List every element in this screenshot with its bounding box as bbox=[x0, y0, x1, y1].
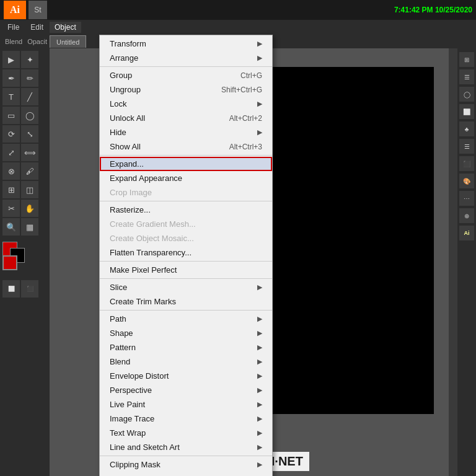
submenu-arrow-icon: ▶ bbox=[257, 386, 262, 394]
submenu-arrow-icon: ▶ bbox=[257, 54, 262, 62]
menu-item-transform[interactable]: Transform▶ bbox=[100, 37, 272, 51]
tool-zoom[interactable]: 🔍 bbox=[2, 218, 20, 236]
right-panel: ⊞ ☰ ◯ ⬜ ♣ ☰ ⬛ 🎨 ⋯ ⊕ Ai bbox=[457, 48, 476, 476]
tool-eyedropper[interactable]: 🖋 bbox=[21, 162, 38, 180]
tool-scale[interactable]: ⤡ bbox=[21, 125, 38, 143]
menu-item-label: Text Wrap bbox=[110, 428, 146, 438]
tool-extra1[interactable]: ⬜ bbox=[2, 280, 20, 298]
rp-btn-1[interactable]: ⊞ bbox=[459, 52, 474, 67]
st-logo: St bbox=[29, 1, 47, 19]
menu-item-label: Create Gradient Mesh... bbox=[110, 219, 196, 229]
tool-gradient[interactable]: ◫ bbox=[21, 181, 38, 198]
tool-blend[interactable]: ⊗ bbox=[2, 162, 20, 180]
menu-item-label: Unlock All bbox=[110, 113, 145, 123]
stroke-swatch[interactable] bbox=[2, 255, 17, 270]
tool-hand[interactable]: ✋ bbox=[21, 200, 38, 217]
menu-item-line-and-sketch-art[interactable]: Line and Sketch Art▶ bbox=[100, 440, 272, 454]
menu-item-blend[interactable]: Blend▶ bbox=[100, 355, 272, 369]
menu-item-create-trim-marks[interactable]: Create Trim Marks bbox=[100, 294, 272, 309]
rp-btn-2[interactable]: ☰ bbox=[459, 69, 474, 84]
menu-item-show-all[interactable]: Show AllAlt+Ctrl+3 bbox=[100, 139, 272, 154]
vertical-scrollbar[interactable] bbox=[449, 48, 457, 476]
menu-item-compound-path[interactable]: Compound Path▶ bbox=[100, 472, 272, 476]
menu-section-6: Path▶Shape▶Pattern▶Blend▶Envelope Distor… bbox=[100, 311, 272, 456]
menu-item-label: Image Trace bbox=[110, 414, 154, 423]
menu-item-hide[interactable]: Hide▶ bbox=[100, 125, 272, 139]
menu-item-shortcut: Ctrl+G bbox=[240, 71, 262, 80]
menu-item-text-wrap[interactable]: Text Wrap▶ bbox=[100, 426, 272, 440]
menu-item-label: Group bbox=[110, 71, 132, 80]
menu-item-ungroup[interactable]: UngroupShift+Ctrl+G bbox=[100, 82, 272, 97]
menu-item-label: Envelope Distort bbox=[110, 371, 169, 381]
submenu-arrow-icon: ▶ bbox=[257, 128, 262, 136]
tool-type[interactable]: T bbox=[2, 88, 20, 105]
tool-width[interactable]: ⟺ bbox=[21, 144, 38, 161]
menu-item-label: Create Trim Marks bbox=[110, 297, 176, 306]
menu-item-expand---[interactable]: Expand... bbox=[100, 157, 272, 171]
submenu-arrow-icon: ▶ bbox=[257, 443, 262, 451]
menu-item-label: Line and Sketch Art bbox=[110, 443, 180, 452]
menu-item-image-trace[interactable]: Image Trace▶ bbox=[100, 412, 272, 426]
rp-btn-3[interactable]: ◯ bbox=[459, 87, 474, 102]
tool-line[interactable]: ╱ bbox=[21, 88, 38, 105]
menu-section-3: Rasterize...Create Gradient Mesh...Creat… bbox=[100, 201, 272, 262]
menu-item-flatten-transparency---[interactable]: Flatten Transparency... bbox=[100, 245, 272, 260]
menu-item-label: Perspective bbox=[110, 386, 152, 395]
menu-item-expand-appearance[interactable]: Expand Appearance bbox=[100, 171, 272, 185]
rp-btn-ai[interactable]: Ai bbox=[459, 226, 474, 240]
menu-item-arrange[interactable]: Arrange▶ bbox=[100, 51, 272, 65]
tool-direct[interactable]: ✦ bbox=[21, 51, 38, 68]
menu-item-label: Clipping Mask bbox=[110, 460, 161, 469]
submenu-arrow-icon: ▶ bbox=[257, 329, 262, 337]
menu-item-live-paint[interactable]: Live Paint▶ bbox=[100, 397, 272, 412]
tool-select[interactable]: ▶ bbox=[2, 51, 20, 68]
rp-btn-7[interactable]: ⬛ bbox=[459, 156, 474, 171]
menu-file[interactable]: File bbox=[2, 22, 24, 33]
menu-item-label: Expand Appearance bbox=[110, 174, 182, 183]
tool-extra2[interactable]: ⬛ bbox=[21, 280, 38, 298]
menu-item-unlock-all[interactable]: Unlock AllAlt+Ctrl+2 bbox=[100, 111, 272, 125]
tool-chart[interactable]: ▦ bbox=[21, 218, 38, 236]
tool-warp[interactable]: ⤢ bbox=[2, 144, 20, 161]
rp-btn-8[interactable]: 🎨 bbox=[459, 174, 474, 188]
menu-item-label: Slice bbox=[110, 283, 127, 292]
submenu-arrow-icon: ▶ bbox=[257, 40, 262, 48]
ai-logo: Ai bbox=[4, 1, 26, 19]
tool-rotate[interactable]: ⟳ bbox=[2, 125, 20, 143]
menu-section-4: Make Pixel Perfect bbox=[100, 262, 272, 279]
menu-item-envelope-distort[interactable]: Envelope Distort▶ bbox=[100, 369, 272, 383]
rp-btn-6[interactable]: ☰ bbox=[459, 139, 474, 154]
rp-btn-10[interactable]: ⊕ bbox=[459, 208, 474, 223]
menu-item-rasterize---[interactable]: Rasterize... bbox=[100, 203, 272, 217]
menu-item-label: Shape bbox=[110, 328, 133, 338]
tool-rect[interactable]: ▭ bbox=[2, 107, 20, 124]
tool-pen[interactable]: ✒ bbox=[2, 69, 20, 87]
menu-item-shape[interactable]: Shape▶ bbox=[100, 326, 272, 340]
menu-item-lock[interactable]: Lock▶ bbox=[100, 97, 272, 111]
menu-object[interactable]: Object bbox=[50, 22, 81, 33]
menu-item-label: Show All bbox=[110, 142, 141, 151]
menu-item-pattern[interactable]: Pattern▶ bbox=[100, 340, 272, 355]
menu-edit[interactable]: Edit bbox=[25, 22, 48, 33]
rp-btn-9[interactable]: ⋯ bbox=[459, 191, 474, 206]
tool-ellipse[interactable]: ◯ bbox=[21, 107, 38, 124]
menu-item-slice[interactable]: Slice▶ bbox=[100, 280, 272, 294]
document-tab[interactable]: Untitled bbox=[50, 35, 86, 48]
tool-mesh[interactable]: ⊞ bbox=[2, 181, 20, 198]
menu-item-group[interactable]: GroupCtrl+G bbox=[100, 68, 272, 82]
datetime: 7:41:42 PM 10/25/2020 bbox=[394, 6, 472, 14]
submenu-arrow-icon: ▶ bbox=[257, 429, 262, 437]
menu-item-clipping-mask[interactable]: Clipping Mask▶ bbox=[100, 457, 272, 472]
rp-btn-5[interactable]: ♣ bbox=[459, 121, 474, 136]
submenu-arrow-icon: ▶ bbox=[257, 100, 262, 108]
menu-item-label: Rasterize... bbox=[110, 205, 151, 214]
menu-item-path[interactable]: Path▶ bbox=[100, 312, 272, 326]
menu-item-perspective[interactable]: Perspective▶ bbox=[100, 383, 272, 397]
rp-btn-4[interactable]: ⬜ bbox=[459, 104, 474, 119]
menu-item-shortcut: Alt+Ctrl+2 bbox=[229, 114, 262, 123]
submenu-arrow-icon: ▶ bbox=[257, 372, 262, 380]
tool-scissors[interactable]: ✂ bbox=[2, 200, 20, 217]
menu-item-make-pixel-perfect[interactable]: Make Pixel Perfect bbox=[100, 263, 272, 277]
menu-item-label: Hide bbox=[110, 128, 126, 137]
tool-brush[interactable]: ✏ bbox=[21, 69, 38, 87]
